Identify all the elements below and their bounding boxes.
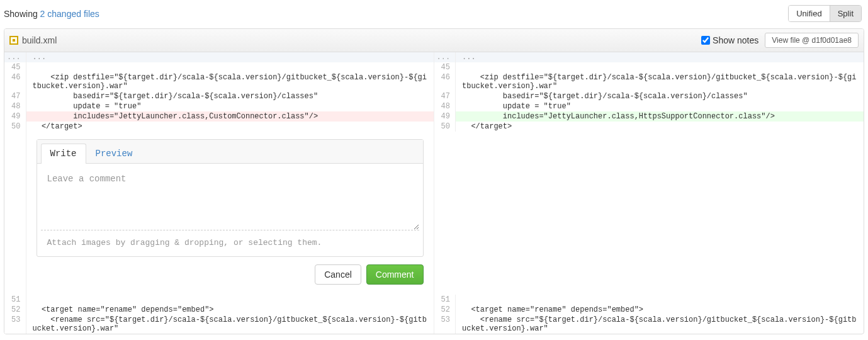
file-header-left: build.xml	[9, 35, 57, 45]
line-number[interactable]: 45	[4, 62, 26, 72]
diff-split: ... ... 4546 <zip destfile="${target.dir…	[4, 52, 864, 132]
diff-table-right-2: 5152 <target name="rename" depends="embe…	[434, 295, 864, 334]
file-header: build.xml Show notes View file @ d1f0d01…	[4, 29, 864, 52]
code-line[interactable]: update = "true"	[26, 101, 434, 111]
line-number[interactable]: 45	[434, 62, 456, 72]
line-number[interactable]: 48	[4, 101, 26, 111]
split-button[interactable]: Split	[830, 6, 861, 21]
line-number[interactable]: 51	[434, 295, 456, 305]
code-line[interactable]: <zip destfile="${target.dir}/scala-${sca…	[456, 72, 864, 91]
diff-table-left-2: 5152 <target name="rename" depends="embe…	[4, 295, 434, 334]
unified-button[interactable]: Unified	[789, 6, 830, 21]
diff-line: 51	[4, 295, 434, 305]
view-file-button[interactable]: View file @ d1f0d01ae8	[765, 33, 859, 48]
code-line[interactable]: update = "true"	[456, 101, 864, 111]
code-line[interactable]: <target name="rename" depends="embed">	[456, 305, 864, 315]
tab-write[interactable]: Write	[41, 144, 86, 164]
code-line[interactable]	[456, 62, 864, 72]
code-line[interactable]: <rename src="${target.dir}/scala-${scala…	[456, 315, 864, 334]
diff-table-right: ... ... 4546 <zip destfile="${target.dir…	[434, 52, 864, 132]
file-header-right: Show notes View file @ d1f0d01ae8	[701, 33, 859, 48]
diff-line: 51	[434, 295, 864, 305]
hunk-row: ... ...	[4, 52, 434, 62]
line-number[interactable]: 50	[4, 122, 26, 132]
line-number[interactable]: 50	[434, 122, 456, 132]
line-number[interactable]: 52	[434, 305, 456, 315]
line-number[interactable]: 46	[434, 72, 456, 91]
diff-line: 50 </target>	[434, 122, 864, 132]
code-line[interactable]: includes="JettyLauncher.class,CustomConn…	[26, 111, 434, 122]
hunk-row: ... ...	[434, 52, 864, 62]
comment-cell-right	[434, 132, 864, 295]
code-line[interactable]	[26, 62, 434, 72]
diff-right-2: 5152 <target name="rename" depends="embe…	[434, 295, 864, 334]
line-number[interactable]: 48	[434, 101, 456, 111]
diff-line: 49 includes="JettyLauncher.class,HttpsSu…	[434, 111, 864, 122]
changed-files-link[interactable]: 2 changed files	[40, 9, 99, 19]
code-line[interactable]: </target>	[26, 122, 434, 132]
diff-line: 50 </target>	[4, 122, 434, 132]
diff-line: 45	[434, 62, 864, 72]
line-number[interactable]: 52	[4, 305, 26, 315]
hunk-marker[interactable]: ...	[456, 52, 864, 62]
code-line[interactable]: <rename src="${target.dir}/scala-${scala…	[26, 315, 434, 334]
line-number[interactable]: 47	[4, 91, 26, 101]
diff-line: 52 <target name="rename" depends="embed"…	[434, 305, 864, 315]
line-number[interactable]: 53	[434, 315, 456, 334]
hunk-marker[interactable]: ...	[26, 52, 434, 62]
diff-header: Showing 2 changed files Unified Split	[0, 0, 868, 28]
diff-split-2: 5152 <target name="rename" depends="embe…	[4, 295, 864, 334]
line-number: ...	[4, 52, 26, 62]
comment-cell: Write Preview Attach images by dragging …	[4, 132, 434, 295]
attach-hint[interactable]: Attach images by dragging & dropping, or…	[41, 233, 419, 252]
diff-line: 53 <rename src="${target.dir}/scala-${sc…	[4, 315, 434, 334]
diff-line: 48 update = "true"	[434, 101, 864, 111]
diff-line: 47 basedir="${target.dir}/scala-${scala.…	[434, 91, 864, 101]
diff-right: ... ... 4546 <zip destfile="${target.dir…	[434, 52, 864, 132]
diff-table-left: ... ... 4546 <zip destfile="${target.dir…	[4, 52, 434, 132]
show-notes-label: Show notes	[713, 35, 758, 45]
line-number: ...	[434, 52, 456, 62]
code-line[interactable]: basedir="${target.dir}/scala-${scala.ver…	[26, 91, 434, 101]
showing-prefix: Showing	[4, 9, 40, 19]
diff-left: ... ... 4546 <zip destfile="${target.dir…	[4, 52, 434, 132]
show-notes-checkbox[interactable]	[701, 36, 710, 45]
code-line[interactable]	[456, 295, 864, 305]
code-line[interactable]: </target>	[456, 122, 864, 132]
comment-box: Write Preview Attach images by dragging …	[37, 139, 424, 257]
line-number[interactable]: 47	[434, 91, 456, 101]
comment-textarea[interactable]	[41, 167, 419, 230]
line-number[interactable]: 46	[4, 72, 26, 91]
show-notes-toggle[interactable]: Show notes	[701, 35, 758, 45]
comment-actions: Cancel Comment	[37, 257, 424, 287]
showing-text: Showing 2 changed files	[4, 9, 99, 19]
diff-left-2: 5152 <target name="rename" depends="embe…	[4, 295, 434, 334]
file-box: build.xml Show notes View file @ d1f0d01…	[4, 28, 864, 334]
line-number[interactable]: 53	[4, 315, 26, 334]
diff-line: 53 <rename src="${target.dir}/scala-${sc…	[434, 315, 864, 334]
diff-line: 45	[4, 62, 434, 72]
diff-line: 46 <zip destfile="${target.dir}/scala-${…	[4, 72, 434, 91]
code-line[interactable]: <zip destfile="${target.dir}/scala-${sca…	[26, 72, 434, 91]
diff-line: 49 includes="JettyLauncher.class,CustomC…	[4, 111, 434, 122]
diff-line: 47 basedir="${target.dir}/scala-${scala.…	[4, 91, 434, 101]
line-number[interactable]: 49	[4, 111, 26, 122]
code-line[interactable]: includes="JettyLauncher.class,HttpsSuppo…	[456, 111, 864, 122]
comment-block: Write Preview Attach images by dragging …	[26, 132, 434, 295]
code-line[interactable]: basedir="${target.dir}/scala-${scala.ver…	[456, 91, 864, 101]
comment-button[interactable]: Comment	[366, 264, 424, 285]
diff-line: 46 <zip destfile="${target.dir}/scala-${…	[434, 72, 864, 91]
tab-preview[interactable]: Preview	[86, 144, 142, 163]
line-number[interactable]: 51	[4, 295, 26, 305]
file-modified-icon	[9, 36, 18, 45]
file-name: build.xml	[22, 35, 57, 45]
view-toggle: Unified Split	[788, 5, 862, 22]
diff-line: 52 <target name="rename" depends="embed"…	[4, 305, 434, 315]
comment-row: Write Preview Attach images by dragging …	[4, 132, 864, 295]
cancel-button[interactable]: Cancel	[315, 264, 361, 285]
diff-line: 48 update = "true"	[4, 101, 434, 111]
code-line[interactable]	[26, 295, 434, 305]
comment-tabs: Write Preview	[37, 140, 423, 164]
line-number[interactable]: 49	[434, 111, 456, 122]
code-line[interactable]: <target name="rename" depends="embed">	[26, 305, 434, 315]
